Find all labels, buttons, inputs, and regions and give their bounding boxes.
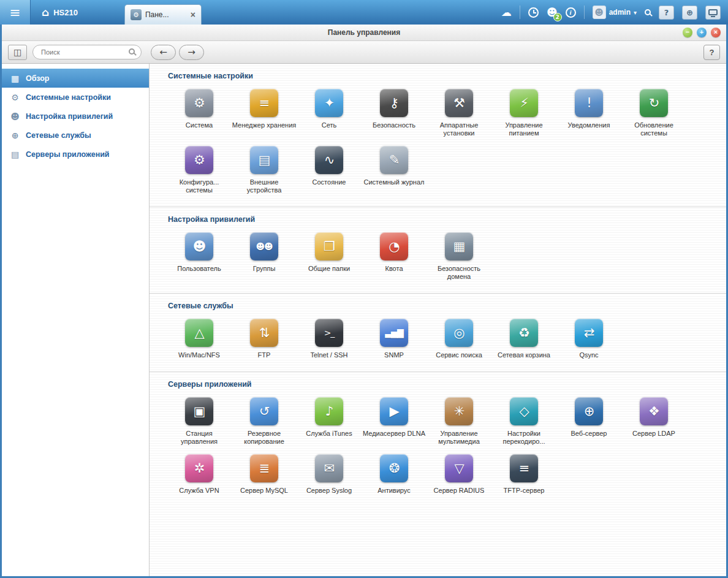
app-item[interactable]: ▃▅▇SNMP: [362, 319, 427, 359]
syslog-server-icon: ✉: [315, 454, 343, 482]
app-item[interactable]: ⚒Аппаратные установки: [427, 89, 491, 137]
app-item-label: TFTP-сервер: [491, 487, 556, 495]
app-item[interactable]: ▶Медиасервер DLNA: [362, 397, 427, 446]
app-item[interactable]: ≡Менеджер хранения: [232, 89, 297, 137]
maximize-button[interactable]: +: [697, 28, 707, 37]
app-icon-glyph: ≡: [259, 96, 270, 110]
sidebar-toggle-icon: ◫: [13, 47, 21, 57]
app-item[interactable]: ▣Станция управления: [167, 397, 232, 446]
window-body: ▦Обзор⚙Системные настройки☻Настройка при…: [2, 64, 726, 576]
user-group-icon: ☻☻: [250, 232, 278, 260]
section-title: Настройка привилегий: [168, 215, 721, 224]
app-item[interactable]: ❖Сервер LDAP: [621, 397, 686, 446]
app-item-label: Управление питанием: [491, 121, 556, 137]
sidebar-item-label: Сетевые службы: [26, 131, 91, 140]
tab-control-panel[interactable]: ⚙ Пане... ×: [124, 4, 202, 25]
network-recycle-bin-icon: ♻: [510, 319, 538, 347]
close-button[interactable]: ×: [711, 28, 721, 37]
app-item-label: Станция управления: [167, 430, 232, 446]
app-item-label: Управление мультимедиа: [427, 430, 491, 446]
app-item-label: Конфигура... системы: [167, 178, 232, 194]
app-item[interactable]: ✉Сервер Syslog: [297, 454, 362, 495]
multimedia-icon: ✳: [445, 397, 473, 425]
notifications-info-button[interactable]: i: [566, 7, 576, 18]
sidebar-item-label: Настройка привилегий: [26, 112, 113, 121]
sidebar-item[interactable]: ⊕Сетевые службы: [2, 126, 149, 145]
app-item[interactable]: ⚙Конфигура... системы: [167, 146, 232, 194]
ldap-server-icon: ❖: [640, 397, 668, 425]
app-item-label: Сервер RADIUS: [427, 487, 491, 495]
language-button[interactable]: ⊕: [682, 6, 697, 20]
app-item[interactable]: ✲Служба VPN: [167, 454, 232, 495]
quota-pie-icon: ◔: [380, 232, 408, 260]
app-item[interactable]: ✦Сеть: [297, 89, 362, 137]
notification-icon: !: [575, 89, 603, 117]
app-item[interactable]: ⚡Управление питанием: [491, 89, 556, 137]
app-item[interactable]: ▦Безопасность домена: [427, 232, 491, 281]
app-icon-glyph: ▣: [194, 404, 205, 419]
app-item[interactable]: ⇅FTP: [232, 319, 297, 359]
sidebar-toggle-button[interactable]: ◫: [8, 45, 27, 60]
app-item[interactable]: ⊕Веб-сервер: [556, 397, 621, 446]
minimize-button[interactable]: −: [683, 28, 692, 37]
app-item-label: Служба VPN: [167, 487, 232, 495]
app-item[interactable]: ∿Состояние: [297, 146, 362, 194]
forward-button[interactable]: →: [179, 45, 204, 60]
device-home-button[interactable]: ⌂ HS210: [31, 0, 89, 25]
myqnapcloud-button[interactable]: ☁: [501, 6, 512, 18]
sidebar-item[interactable]: ⚙Системные настройки: [2, 88, 149, 107]
topbar: ≡ ⌂ HS210 ⚙ Пане... × ☁ ☻ 2 i: [0, 0, 728, 25]
background-tasks-button[interactable]: [528, 7, 539, 18]
app-item[interactable]: ↺Резервное копирование: [232, 397, 297, 446]
app-item[interactable]: ⚙Система: [167, 89, 232, 137]
app-item[interactable]: >_Telnet / SSH: [297, 319, 362, 359]
app-item[interactable]: ◔Квота: [362, 232, 427, 281]
app-item[interactable]: ☻☻Группы: [232, 232, 297, 281]
domain-security-icon: ▦: [445, 232, 473, 260]
sidebar-item[interactable]: ▦Обзор: [2, 69, 149, 88]
app-item[interactable]: ♪Служба iTunes: [297, 397, 362, 446]
app-icon-glyph: ⇄: [584, 325, 594, 340]
app-item[interactable]: ♻Сетевая корзина: [491, 319, 556, 359]
online-users-button[interactable]: ☻ 2: [547, 6, 558, 18]
help-button[interactable]: ?: [659, 6, 674, 20]
app-item-label: Пользователь: [167, 265, 232, 273]
toolbar-help-button[interactable]: ?: [703, 45, 720, 60]
sidebar-item[interactable]: ☻Настройка привилегий: [2, 107, 149, 126]
back-button[interactable]: ←: [151, 45, 176, 60]
tab-close-icon[interactable]: ×: [191, 10, 195, 20]
app-item[interactable]: ≣Сервер MySQL: [232, 454, 297, 495]
discovery-radar-icon: ◎: [445, 319, 473, 347]
app-icon-glyph: ▃▅▇: [385, 328, 403, 338]
app-item-label: Сеть: [297, 121, 362, 129]
app-item[interactable]: ⚷Безопасность: [362, 89, 427, 137]
app-item[interactable]: ❐Общие папки: [297, 232, 362, 281]
app-item[interactable]: ✳Управление мультимедиа: [427, 397, 491, 446]
app-item[interactable]: ▤Внешние устройства: [232, 146, 297, 194]
app-item[interactable]: ◇Настройки перекодиро...: [491, 397, 556, 446]
app-item[interactable]: ⇄Qsync: [556, 319, 621, 359]
window-titlebar[interactable]: Панель управления − + ×: [2, 25, 726, 41]
user-menu[interactable]: ☻ admin ▾: [593, 6, 637, 19]
sidebar-item-label: Серверы приложений: [26, 150, 110, 159]
global-search-button[interactable]: [645, 9, 651, 15]
chevron-down-icon: ▾: [634, 9, 637, 16]
search-icon: [645, 9, 651, 15]
app-item[interactable]: ↻Обновление системы: [621, 89, 686, 137]
sidebar: ▦Обзор⚙Системные настройки☻Настройка при…: [2, 64, 150, 576]
app-item[interactable]: ▽Сервер RADIUS: [427, 454, 491, 495]
app-icon-glyph: ↺: [259, 404, 270, 419]
app-item[interactable]: ≡TFTP-сервер: [491, 454, 556, 495]
desktop-switch-button[interactable]: [705, 6, 721, 20]
app-item[interactable]: ❂Антивирус: [362, 454, 427, 495]
sidebar-item[interactable]: ▤Серверы приложений: [2, 145, 149, 164]
main-menu-button[interactable]: ≡: [0, 0, 31, 25]
app-item[interactable]: ☻Пользователь: [167, 232, 232, 281]
app-item[interactable]: △Win/Mac/NFS: [167, 319, 232, 359]
app-item[interactable]: ✎Системный журнал: [362, 146, 427, 194]
app-item[interactable]: !Уведомления: [556, 89, 621, 137]
search-input[interactable]: [41, 47, 127, 58]
app-item[interactable]: ◎Сервис поиска: [427, 319, 491, 359]
app-icon-glyph: ▦: [453, 239, 465, 254]
app-item-label: FTP: [232, 351, 297, 359]
